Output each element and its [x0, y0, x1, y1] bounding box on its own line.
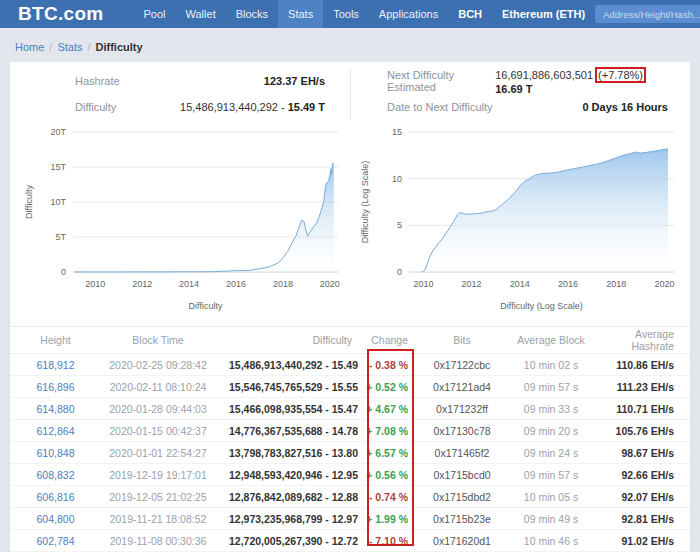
svg-text:2012: 2012 [132, 279, 152, 289]
svg-text:10: 10 [392, 174, 402, 184]
main-card: Hashrate 123.37 EH/s Difficulty 15,486,9… [10, 62, 690, 552]
search-box [595, 5, 700, 23]
difficulty-log-chart: 051015201020122014201620182020Difficulty… [354, 120, 684, 316]
charts-section: 05T10T15T20T201020122014201620182020Diff… [10, 120, 690, 316]
block-time: 2020-01-15 00:42:37 [88, 420, 228, 442]
difficulty-value: 15,466,098,935,554 - 15.47 T [228, 398, 358, 420]
block-height-link[interactable]: 610,848 [10, 442, 88, 464]
svg-text:2014: 2014 [179, 279, 199, 289]
block-height-link[interactable]: 616,896 [10, 376, 88, 398]
block-time: 2019-11-08 00:30:36 [88, 530, 228, 552]
nav-item-tools[interactable]: Tools [323, 0, 369, 28]
svg-text:15T: 15T [50, 162, 66, 172]
change-percent: + 6.57 % [358, 442, 416, 464]
block-height-link[interactable]: 606,816 [10, 486, 88, 508]
breadcrumb-stats[interactable]: Stats [57, 41, 82, 53]
svg-text:2016: 2016 [226, 279, 246, 289]
average-block-time: 09 min 57 s [508, 464, 594, 486]
hashrate-label: Hashrate [75, 75, 120, 87]
column-header-difficulty: Difficulty [228, 327, 358, 354]
bits-value: 0x171465f2 [416, 442, 508, 464]
change-percent: - 0.38 % [358, 354, 416, 376]
table-row: 618,9122020-02-25 09:28:4215,486,913,440… [10, 354, 690, 376]
next-difficulty-value: 16,691,886,603,501(+7.78%)16.69 T [495, 67, 668, 95]
table-row: 604,8002019-11-21 18:08:5212,973,235,968… [10, 508, 690, 530]
difficulty-row: Difficulty 15,486,913,440,292 - 15.49 T [10, 94, 350, 120]
change-percent: + 0.52 % [358, 376, 416, 398]
average-hashrate: 110.86 EH/s [594, 354, 690, 376]
bits-value: 0x171232ff [416, 398, 508, 420]
table-body: 618,9122020-02-25 09:28:4215,486,913,440… [10, 354, 690, 552]
svg-text:Difficulty: Difficulty [189, 301, 223, 311]
breadcrumb-separator: / [49, 41, 52, 53]
svg-text:2016: 2016 [558, 279, 578, 289]
block-height-link[interactable]: 614,880 [10, 398, 88, 420]
bits-value: 0x171620d1 [416, 530, 508, 552]
average-hashrate: 105.76 EH/s [594, 420, 690, 442]
table-row: 610,8482020-01-01 22:54:2713,798,783,827… [10, 442, 690, 464]
table-row: 606,8162019-12-05 21:02:2512,876,842,089… [10, 486, 690, 508]
svg-text:0: 0 [397, 267, 402, 277]
nav-item-bch[interactable]: BCH [448, 0, 492, 28]
table-header-row: HeightBlock TimeDifficultyChangeBitsAver… [10, 327, 690, 354]
svg-text:2010: 2010 [85, 279, 105, 289]
nav-item-blocks[interactable]: Blocks [226, 0, 278, 28]
block-height-link[interactable]: 612,864 [10, 420, 88, 442]
bits-value: 0x1715bcd0 [416, 464, 508, 486]
breadcrumb: Home/Stats/Difficulty [0, 28, 700, 62]
average-hashrate: 92.07 EH/s [594, 486, 690, 508]
svg-text:20T: 20T [50, 127, 66, 137]
average-hashrate: 92.66 EH/s [594, 464, 690, 486]
column-header-change: Change [358, 327, 416, 354]
nav-item-ethereum[interactable]: Ethereum (ETH) [492, 0, 595, 28]
svg-text:5: 5 [397, 220, 402, 230]
difficulty-value: 12,720,005,267,390 - 12.72 T [228, 530, 358, 552]
block-height-link[interactable]: 604,800 [10, 508, 88, 530]
difficulty-value: 15,486,913,440,292 - 15.49 T [180, 101, 325, 113]
btc-logo[interactable]: BTC.com [18, 3, 104, 25]
bits-value: 0x17121ad4 [416, 376, 508, 398]
difficulty-label: Difficulty [75, 101, 116, 113]
search-input[interactable] [595, 9, 700, 20]
difficulty-value: 15,546,745,765,529 - 15.55 T [228, 376, 358, 398]
difficulty-value: 13,798,783,827,516 - 13.80 T [228, 442, 358, 464]
nav-item-pool[interactable]: Pool [134, 0, 176, 28]
change-percent: - 0.74 % [358, 486, 416, 508]
svg-text:2020: 2020 [654, 279, 674, 289]
breadcrumb-home[interactable]: Home [15, 41, 44, 53]
svg-text:2012: 2012 [462, 279, 482, 289]
next-difficulty-label: Next Difficulty Estimated [387, 69, 495, 93]
svg-text:2010: 2010 [413, 279, 433, 289]
bits-value: 0x17130c78 [416, 420, 508, 442]
block-time: 2019-12-19 19:17:01 [88, 464, 228, 486]
svg-text:2020: 2020 [320, 279, 340, 289]
block-height-link[interactable]: 608,832 [10, 464, 88, 486]
bits-value: 0x17122cbc [416, 354, 508, 376]
block-height-link[interactable]: 602,784 [10, 530, 88, 552]
table-row: 616,8962020-02-11 08:10:2415,546,745,765… [10, 376, 690, 398]
svg-text:5T: 5T [55, 232, 66, 242]
block-time: 2020-01-28 09:44:03 [88, 398, 228, 420]
top-nav: BTC.com Pool Wallet Blocks Stats Tools A… [0, 0, 700, 28]
average-block-time: 09 min 57 s [508, 376, 594, 398]
difficulty-chart: 05T10T15T20T201020122014201620182020Diff… [18, 120, 348, 316]
bits-value: 0x1715b23e [416, 508, 508, 530]
nav-item-stats[interactable]: Stats [278, 0, 323, 28]
svg-text:Difficulty (Log Scale): Difficulty (Log Scale) [360, 161, 370, 243]
average-block-time: 10 min 46 s [508, 530, 594, 552]
average-block-time: 09 min 24 s [508, 442, 594, 464]
nav-item-applications[interactable]: Applications [369, 0, 448, 28]
table-row: 614,8802020-01-28 09:44:0315,466,098,935… [10, 398, 690, 420]
average-hashrate: 110.71 EH/s [594, 398, 690, 420]
block-height-link[interactable]: 618,912 [10, 354, 88, 376]
table-row: 612,8642020-01-15 00:42:3714,776,367,535… [10, 420, 690, 442]
column-header-average-block: Average Block [508, 327, 594, 354]
nav-item-wallet[interactable]: Wallet [176, 0, 226, 28]
hashrate-row: Hashrate 123.37 EH/s [10, 68, 350, 94]
column-header-bits: Bits [416, 327, 508, 354]
svg-text:15: 15 [392, 127, 402, 137]
difficulty-table: HeightBlock TimeDifficultyChangeBitsAver… [10, 327, 690, 552]
average-block-time: 10 min 02 s [508, 354, 594, 376]
average-hashrate: 92.81 EH/s [594, 508, 690, 530]
svg-text:Difficulty (Log Scale): Difficulty (Log Scale) [500, 301, 582, 311]
